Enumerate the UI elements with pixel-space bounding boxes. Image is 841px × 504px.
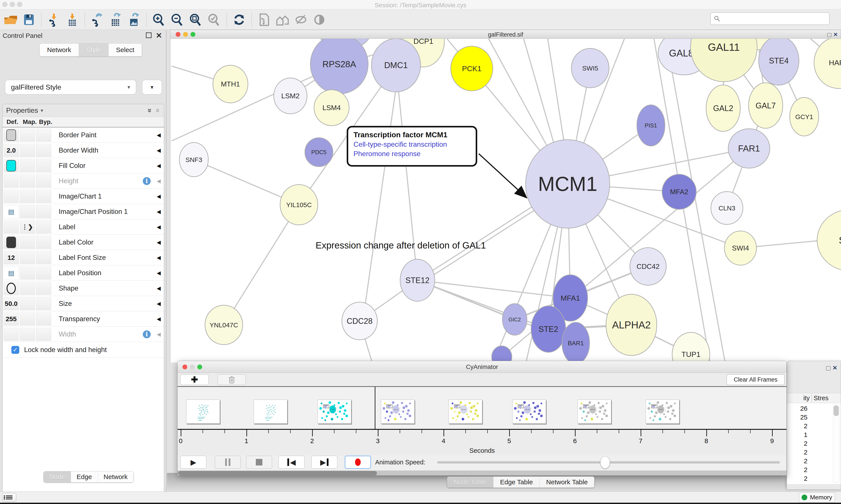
table-cell-value[interactable]: 2 — [790, 440, 807, 447]
network-node-mth1[interactable]: MTH1 — [213, 65, 248, 103]
frame-thumbnail-2[interactable] — [254, 399, 287, 424]
default-value-cell[interactable]: 255 — [3, 312, 19, 326]
default-value-cell[interactable] — [3, 190, 19, 203]
frame-thumbnail-7[interactable]: MCM — [577, 399, 611, 424]
close-panel-icon[interactable]: ✕ — [833, 364, 837, 371]
expand-row-icon[interactable]: ◀ — [157, 331, 161, 337]
network-node-dmc1[interactable]: DMC1 — [372, 39, 420, 92]
table-cell-value[interactable]: 1 — [790, 431, 807, 438]
expand-row-icon[interactable]: ◀ — [157, 163, 161, 169]
task-history-button[interactable] — [2, 493, 16, 502]
network-node-rps28a[interactable]: RPS28A — [310, 39, 368, 94]
network-node-gcy1[interactable]: GCY1 — [790, 97, 819, 136]
table-cell-value[interactable]: 26 — [790, 405, 807, 412]
scrollbar-thumb[interactable] — [178, 471, 377, 475]
default-value-cell[interactable] — [3, 282, 19, 295]
network-node-lsm2[interactable]: LSM2 — [274, 78, 307, 114]
lock-size-checkbox[interactable]: ✓ — [12, 346, 19, 354]
network-node-ste2[interactable]: STE2 — [531, 306, 566, 352]
tab-network-table[interactable]: Network Table — [540, 476, 595, 488]
table-cell-value[interactable]: 2 — [790, 475, 807, 482]
expand-row-icon[interactable]: ◀ — [157, 270, 161, 276]
info-icon[interactable]: i — [143, 330, 151, 338]
network-node-gic2[interactable]: GIC2 — [502, 304, 527, 335]
network-node-yil105c[interactable]: YIL105C — [280, 184, 318, 225]
bypass-cell[interactable] — [36, 267, 51, 280]
network-edge[interactable] — [363, 68, 399, 322]
bypass-cell[interactable] — [36, 328, 51, 341]
network-node-far1[interactable]: FAR1 — [728, 129, 770, 168]
frame-thumbnail-8[interactable]: MCM — [646, 399, 679, 424]
scrollbar-thumb[interactable] — [834, 406, 839, 416]
bypass-cell[interactable] — [36, 128, 51, 142]
bypass-cell[interactable] — [36, 236, 51, 249]
property-row-shape[interactable]: Shape◀ — [3, 281, 164, 296]
table-scrollbar[interactable] — [833, 404, 839, 483]
close-view-icon[interactable]: ✕ — [833, 32, 838, 37]
column-ity[interactable]: ity — [787, 395, 810, 402]
expand-row-icon[interactable]: ◀ — [157, 193, 161, 199]
network-node-snf3[interactable]: SNF3 — [179, 143, 208, 177]
network-node-ste4[interactable]: STE4 — [759, 39, 799, 85]
export-table-icon[interactable] — [108, 12, 124, 28]
frame-thumbnail-1[interactable] — [186, 399, 220, 424]
network-node-pdc5[interactable]: PDC5 — [305, 138, 333, 167]
default-value-cell[interactable] — [3, 159, 19, 172]
style-selector[interactable]: galFiltered Style ▾ — [5, 80, 136, 94]
tab-style[interactable]: Style — [79, 43, 109, 56]
expand-row-icon[interactable]: ◀ — [157, 209, 161, 215]
network-edge[interactable] — [224, 205, 299, 325]
property-row-label-color[interactable]: Label Color◀ — [3, 235, 164, 250]
window-icons[interactable]: ▢ ✕ — [827, 32, 838, 38]
default-value-cell[interactable]: ▤ — [3, 205, 19, 218]
table-cell-value[interactable]: 2 — [790, 466, 807, 473]
network-node-bar1[interactable]: BAR1 — [562, 322, 590, 363]
default-value-cell[interactable] — [3, 328, 19, 341]
network-node-swi5[interactable]: SWI5 — [571, 48, 609, 88]
collapse-all-icon[interactable]: « — [154, 108, 162, 112]
zoom-in-icon[interactable] — [151, 12, 167, 28]
mapping-cell[interactable] — [20, 267, 35, 280]
float-panel-icon[interactable] — [146, 32, 151, 38]
tab-edge-table[interactable]: Edge Table — [494, 476, 540, 488]
table-panel-icons[interactable]: ▢ ✕ — [825, 364, 837, 371]
default-value-cell[interactable]: 2.0 — [3, 144, 19, 157]
network-node-pis1[interactable]: PIS1 — [637, 105, 665, 146]
mapping-cell[interactable] — [20, 128, 35, 142]
frame-thumbnail-5[interactable]: MCM — [449, 399, 482, 424]
network-node[interactable] — [492, 346, 512, 363]
column-stress[interactable]: Stres — [813, 395, 828, 402]
pause-button[interactable] — [215, 456, 241, 469]
zoom-out-icon[interactable] — [169, 12, 185, 28]
expand-row-icon[interactable]: ◀ — [157, 285, 161, 291]
mapping-cell[interactable]: ⋮❯ — [20, 220, 35, 234]
timeline-playhead[interactable] — [375, 387, 375, 429]
open-folder-icon[interactable] — [3, 12, 18, 28]
expand-row-icon[interactable]: ◀ — [157, 255, 161, 261]
style-options-button[interactable]: ▾ — [142, 80, 162, 94]
float-panel-icon[interactable]: ▢ — [825, 364, 831, 371]
mapping-cell[interactable] — [20, 190, 35, 203]
expand-all-icon[interactable]: » — [146, 108, 155, 112]
tab-edge-style[interactable]: Edge — [71, 471, 98, 482]
bypass-cell[interactable] — [36, 205, 51, 218]
import-network-icon[interactable] — [46, 12, 62, 28]
default-value-cell[interactable]: 12 — [3, 251, 19, 264]
delete-frame-button[interactable] — [217, 374, 246, 385]
zoom-fit-icon[interactable] — [188, 12, 204, 28]
network-node-gal2[interactable]: GAL2 — [706, 85, 740, 131]
default-value-cell[interactable] — [3, 236, 19, 249]
mapping-cell[interactable] — [20, 251, 35, 264]
tab-node-table[interactable]: Node Table — [447, 476, 494, 488]
clear-all-frames-button[interactable]: Clear All Frames — [727, 374, 785, 385]
table-cell-value[interactable]: 2 — [790, 457, 807, 465]
expand-row-icon[interactable]: ◀ — [157, 316, 161, 322]
import-table-icon[interactable] — [65, 12, 80, 28]
tab-network[interactable]: Network — [40, 43, 79, 56]
default-value-cell[interactable] — [3, 220, 19, 234]
table-cell-value[interactable]: 25 — [790, 414, 807, 421]
bypass-cell[interactable] — [36, 175, 51, 187]
property-row-width[interactable]: Widthi◀ — [3, 327, 164, 342]
mapping-cell[interactable] — [20, 144, 35, 157]
default-value-cell[interactable]: 50.0 — [3, 297, 19, 310]
